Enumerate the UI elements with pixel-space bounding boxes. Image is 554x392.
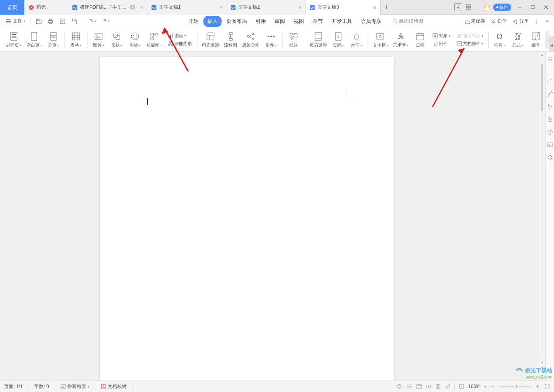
dropcap-button[interactable]: A首字下沉▾	[455, 32, 484, 40]
minimize-button[interactable]	[514, 2, 525, 13]
close-icon[interactable]: ×	[373, 4, 376, 11]
cover-page-button[interactable]: 封面页▾	[4, 29, 24, 51]
file-menu[interactable]: 文件 ▾	[4, 18, 27, 25]
collab-button[interactable]: 协作	[491, 18, 507, 25]
menu-insert[interactable]: 插入	[203, 16, 222, 27]
chart-button[interactable]: 图表▾	[167, 32, 193, 40]
zoom-out-button[interactable]: －	[490, 383, 495, 390]
hamburger-icon[interactable]	[546, 56, 554, 63]
view-read-icon[interactable]	[426, 384, 431, 389]
object-button[interactable]: 对象▾	[431, 32, 452, 40]
svg-rect-69	[172, 34, 173, 38]
formula-button[interactable]: 公式▾	[509, 29, 526, 51]
feature-button[interactable]: 功能图▾	[144, 29, 164, 51]
numbering-button[interactable]: 123编号	[527, 29, 545, 51]
shape-button[interactable]: 形状▾	[108, 29, 125, 51]
view-print-icon[interactable]	[407, 384, 412, 389]
format-painter-button[interactable]	[69, 17, 80, 26]
word-count[interactable]: 字数: 0	[34, 383, 49, 390]
next-page-icon[interactable]: ≫	[540, 375, 545, 381]
zoom-slider[interactable]	[499, 384, 531, 389]
symbol-button[interactable]: Ω符号▾	[491, 29, 508, 51]
help-icon[interactable]: ?	[546, 129, 554, 136]
share-button[interactable]: 分享	[512, 18, 529, 25]
textbox-button[interactable]: A文本框▾	[370, 29, 390, 51]
proofread-button[interactable]: 文档校对	[101, 383, 127, 390]
page-indicator[interactable]: 页面: 1/1	[4, 383, 23, 390]
vertical-scrollbar[interactable]: ▴ ▾ ≪ ○ ≫	[539, 52, 545, 381]
fit-icon[interactable]	[459, 384, 464, 389]
tab-doc3[interactable]: W 文字文稿3 ×	[305, 0, 381, 15]
tab-doc1[interactable]: W 文字文稿1	[147, 0, 226, 15]
menu-view[interactable]: 视图	[290, 16, 308, 27]
menu-chapter[interactable]: 章节	[309, 16, 327, 27]
undo-button[interactable]: ▾	[86, 17, 98, 26]
tab-home[interactable]: 首页	[0, 0, 25, 15]
page-number-button[interactable]: #页码▾	[330, 29, 347, 51]
menu-layout[interactable]: 页面布局	[222, 16, 251, 27]
edit-icon[interactable]	[445, 384, 450, 389]
grid-icon[interactable]	[465, 3, 472, 11]
mindmap-button[interactable]: 思维导图	[240, 29, 262, 51]
document-page[interactable]	[100, 57, 394, 381]
eye-icon[interactable]	[397, 383, 403, 390]
redo-button[interactable]: ▾	[100, 17, 112, 26]
picture-button[interactable]: 图片▾	[90, 29, 107, 51]
menu-start[interactable]: 开始	[184, 16, 203, 27]
docke-resource-button[interactable]: 稻壳资源	[200, 29, 221, 51]
flowchart-button[interactable]: 流程图	[222, 29, 239, 51]
unsaved-indicator[interactable]: 未保存	[464, 18, 485, 25]
menu-dev[interactable]: 开发工具	[328, 16, 356, 27]
collapse-ribbon-button[interactable]	[545, 19, 550, 24]
icon-button[interactable]: 图标▾	[126, 29, 144, 51]
attach-button[interactable]: 附件	[431, 40, 452, 47]
tab-add-button[interactable]: +	[381, 0, 393, 14]
page-break-button[interactable]: 分页▾	[45, 29, 62, 51]
temp-badge[interactable]: 临时	[493, 4, 511, 11]
select-icon[interactable]	[546, 103, 554, 110]
scroll-down-icon[interactable]: ▾	[541, 360, 544, 365]
org-chart-search[interactable]: 组织结构图	[393, 18, 423, 25]
more-button[interactable]: 更多▾	[262, 29, 280, 51]
zoom-in-button[interactable]: ＋	[535, 383, 541, 390]
expand-panel-button[interactable]: ◀	[549, 36, 554, 54]
date-button[interactable]: 日期	[412, 29, 429, 51]
menu-vip[interactable]: 会员专享	[357, 16, 385, 27]
preview-button[interactable]	[57, 17, 68, 26]
view-outline-icon[interactable]	[435, 384, 441, 389]
fullscreen-icon[interactable]	[545, 384, 550, 389]
wordart-button[interactable]: A艺术字▾	[391, 29, 411, 51]
print-button[interactable]	[46, 17, 56, 26]
scroll-up-icon[interactable]: ▴	[541, 52, 544, 57]
header-footer-button[interactable]: 页眉页脚	[307, 29, 329, 51]
pen-icon[interactable]	[546, 91, 554, 98]
style-icon[interactable]	[546, 78, 554, 85]
tab-docke[interactable]: 稻壳	[25, 0, 68, 15]
diamond-icon[interactable]	[546, 154, 554, 161]
blank-page-button[interactable]: 空白页▾	[25, 29, 44, 51]
docparts-button[interactable]: 文档部件▾	[455, 40, 484, 47]
menu-ref[interactable]: 引用	[252, 16, 270, 27]
comment-button[interactable]: 批注	[285, 29, 302, 51]
goto-icon[interactable]: ○	[541, 370, 544, 375]
tab-pdf[interactable]: W 极速PDF编...户手册3.0	[68, 0, 147, 15]
watermark-button[interactable]: 水印▾	[348, 29, 365, 51]
menu-review[interactable]: 审阅	[271, 16, 289, 27]
counter-badge[interactable]: 4	[454, 3, 462, 11]
image-tool-icon[interactable]	[546, 141, 554, 148]
table-button[interactable]: 表格▾	[67, 29, 85, 51]
avatar-icon[interactable]	[483, 3, 491, 11]
settings-icon[interactable]	[546, 116, 554, 123]
more-menu[interactable]: ⋮	[534, 19, 539, 24]
popout-icon[interactable]	[130, 5, 135, 10]
smart-button[interactable]: 智能图形	[167, 40, 193, 47]
close-button[interactable]	[541, 2, 552, 13]
svg-point-84	[252, 33, 254, 35]
zoom-level[interactable]: 100%	[468, 384, 480, 389]
view-web-icon[interactable]	[416, 384, 422, 389]
prev-page-icon[interactable]: ≪	[540, 365, 545, 370]
spellcheck-button[interactable]: 拼写检查▾	[61, 383, 89, 390]
maximize-button[interactable]	[527, 2, 538, 13]
save-button[interactable]	[34, 17, 44, 26]
tab-doc2[interactable]: W 文字文稿2	[226, 0, 305, 15]
